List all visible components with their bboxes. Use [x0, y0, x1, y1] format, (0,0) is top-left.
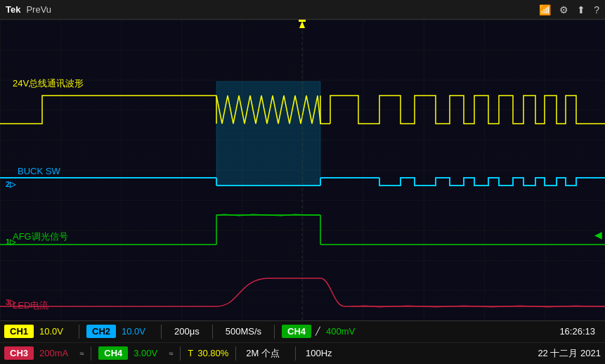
ch2-marker: 2▷: [6, 180, 15, 189]
wifi-icon[interactable]: 📶: [539, 4, 551, 15]
divider-3: [212, 325, 213, 339]
bottom-status-bar: CH1 10.0V CH2 10.0V 200μs 500MS/s CH4 ╱ …: [0, 320, 605, 364]
divider-6: [180, 346, 181, 360]
help-icon[interactable]: ?: [594, 4, 599, 15]
points-count: 2M 个点: [246, 347, 280, 360]
trigger-percent: 30.80%: [197, 348, 228, 358]
scope-screen: 24V总线通讯波形 BUCK SW AFG调光信号 LED电流 2▷ 1▷ 3▷…: [0, 20, 605, 320]
frequency: 100Hz: [306, 348, 332, 358]
ch1-wave-label: 24V总线通讯波形: [13, 77, 84, 90]
trigger-label: T: [188, 348, 193, 358]
ch1-badge[interactable]: CH1: [4, 325, 34, 338]
upload-icon[interactable]: ⬆: [577, 4, 585, 15]
ch1-marker: 1▷: [6, 238, 15, 247]
ch4-badge-row2[interactable]: CH4: [98, 346, 128, 360]
ch1-value: 10.0V: [39, 326, 63, 337]
divider-1: [79, 325, 79, 339]
ch4-wave-label: LED电流: [13, 299, 48, 312]
ch3-badge[interactable]: CH3: [4, 346, 34, 360]
clock-display: 16:26:13: [559, 326, 595, 337]
settings-icon[interactable]: ⚙: [559, 4, 568, 15]
waveform-display: [0, 20, 605, 320]
right-channel-marker: ◀: [594, 229, 602, 240]
status-row-2: CH3 200mA ≈ CH4 3.00V ≈ T 30.80% 2M 个点 1…: [0, 343, 605, 364]
divider-8: [295, 346, 296, 360]
ch4-value-row1: 400mV: [326, 326, 355, 337]
date-display: 22 十二月 2021: [538, 347, 601, 360]
top-icons: 📶 ⚙ ⬆ ?: [539, 4, 599, 15]
ch3-marker: 3▷: [6, 298, 15, 307]
brand-label: Tek: [6, 4, 20, 15]
svg-rect-3: [216, 82, 320, 186]
mode-label: PreVu: [26, 4, 51, 15]
ch4-badge-row1[interactable]: CH4: [282, 325, 311, 338]
sample-rate: 500MS/s: [226, 326, 261, 337]
ch2-value: 10.0V: [122, 326, 145, 337]
ch2-badge[interactable]: CH2: [86, 325, 116, 338]
ch3-coupling-icon: ≈: [79, 349, 84, 358]
afg-wave-label: AFG调光信号: [13, 230, 68, 243]
ch4-value-row2: 3.00V: [134, 348, 157, 358]
divider-5: [91, 346, 91, 360]
ch2-wave-label: BUCK SW: [18, 166, 60, 176]
ch3-value: 200mA: [39, 348, 68, 358]
ch4-coupling-icon: ≈: [169, 349, 173, 358]
time-div: 200μs: [174, 326, 200, 337]
divider-7: [235, 346, 236, 360]
status-row-1: CH1 10.0V CH2 10.0V 200μs 500MS/s CH4 ╱ …: [0, 321, 605, 343]
svg-rect-18: [299, 20, 306, 22]
divider-2: [161, 325, 162, 339]
top-bar: Tek PreVu 📶 ⚙ ⬆ ?: [0, 0, 605, 20]
divider-4: [274, 325, 275, 339]
